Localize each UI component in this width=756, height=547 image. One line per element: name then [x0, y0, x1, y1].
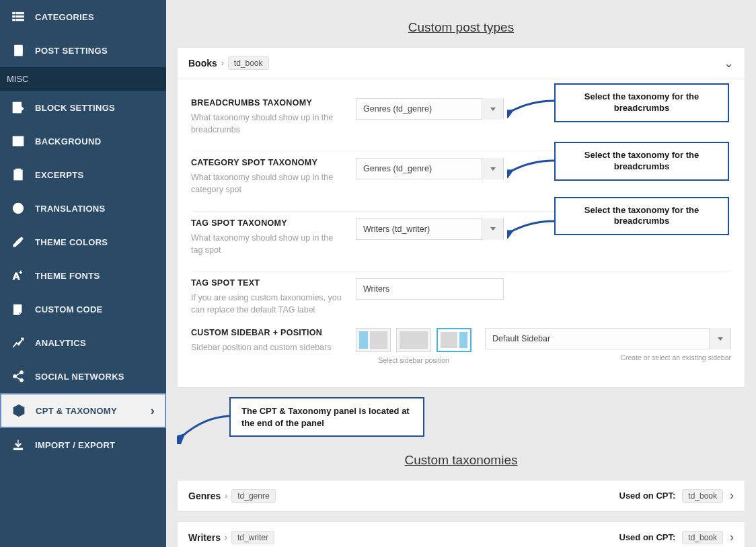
sidebar-item-translations[interactable]: TRANSLATIONS — [0, 192, 166, 225]
svg-rect-4 — [13, 19, 15, 21]
sidebar-item-block-settings[interactable]: BLOCK SETTINGS — [0, 91, 166, 124]
select-value: Default Sidebar — [486, 334, 709, 343]
svg-rect-1 — [17, 12, 24, 14]
chevron-right-icon: › — [151, 404, 155, 418]
chevron-down-icon[interactable] — [482, 218, 503, 240]
chart-icon — [11, 335, 26, 350]
arrow-annotation — [177, 411, 231, 444]
panel-header-writers[interactable]: Writers › td_writer Used on CPT: td_book… — [178, 522, 745, 547]
select-value: Genres (td_genre) — [356, 164, 482, 173]
row-tag-spot-text: TAG SPOT TEXT If you are using custom ta… — [191, 271, 731, 321]
callout-annotation: Select the taxonomy for the breadcrumbs — [554, 197, 729, 236]
sidebar-item-theme-colors[interactable]: THEME COLORS — [0, 225, 166, 259]
sidebar-item-label: ANALYTICS — [35, 338, 86, 348]
sidebar-item-cpt-taxonomy[interactable]: CPT & TAXONOMY › — [0, 393, 166, 428]
sidebar-item-social-networks[interactable]: SOCIAL NETWORKS — [0, 360, 166, 393]
note-pencil-icon — [11, 302, 26, 317]
sidebar-item-label: THEME COLORS — [35, 237, 108, 247]
sidebar-item-label: EXCERPTS — [35, 170, 83, 180]
used-on-cpt-value: td_book — [682, 489, 723, 503]
edit-doc-icon — [11, 100, 26, 115]
sidebar-section-misc: MISC — [0, 67, 166, 91]
select-value: Writers (td_writer) — [356, 224, 482, 234]
download-icon — [11, 437, 26, 452]
sidebar-select[interactable]: Default Sidebar — [485, 328, 731, 349]
main-content: Custom post types Books › td_book ⌄ BREA… — [166, 0, 756, 547]
globe-icon — [11, 201, 26, 216]
chevron-right-icon: › — [225, 533, 227, 542]
row-title: CATEGORY SPOT TAXONOMY — [191, 158, 344, 167]
panel-name: Books — [188, 58, 217, 69]
sidebar-pos-none[interactable] — [396, 328, 431, 352]
sidebar-item-label: IMPORT / EXPORT — [35, 440, 115, 450]
panel-name: Genres — [188, 491, 221, 501]
sidebar-pos-right[interactable] — [437, 328, 471, 352]
panel-slug: td_genre — [231, 489, 275, 503]
sidebar-item-theme-fonts[interactable]: A+ THEME FONTS — [0, 259, 166, 292]
sidebar-item-label: SOCIAL NETWORKS — [35, 372, 124, 382]
panel-header-genres[interactable]: Genres › td_genre Used on CPT: td_book › — [178, 480, 745, 511]
used-on-cpt-value: td_book — [682, 531, 723, 544]
chevron-right-icon[interactable]: › — [730, 489, 734, 503]
image-icon — [11, 134, 26, 149]
row-tag-spot-taxonomy: TAG SPOT TAXONOMY What taxonomy should s… — [191, 212, 731, 271]
row-desc: What taxonomy should show up in the cate… — [191, 171, 344, 196]
chevron-down-icon[interactable] — [482, 158, 503, 179]
sidebar-item-background[interactable]: BACKGROUND — [0, 124, 166, 158]
list-icon — [11, 9, 26, 24]
panel-writers: Writers › td_writer Used on CPT: td_book… — [177, 521, 745, 547]
sidebar-item-analytics[interactable]: ANALYTICS — [0, 326, 166, 360]
callout-annotation: Select the taxonomy for the breadcrumbs — [554, 83, 729, 122]
sidebar-pos-left[interactable] — [356, 328, 391, 352]
sidebar-item-label: CATEGORIES — [35, 12, 94, 22]
sidebar-item-custom-code[interactable]: CUSTOM CODE — [0, 292, 166, 326]
svg-rect-10 — [16, 169, 21, 171]
sidebar-item-excerpts[interactable]: EXCERPTS — [0, 158, 166, 192]
used-on-cpt-label: Used on CPT: — [619, 491, 676, 501]
svg-rect-18 — [13, 448, 22, 450]
panel-name: Writers — [188, 532, 221, 543]
svg-rect-3 — [17, 15, 24, 17]
svg-text:+: + — [20, 270, 22, 275]
sidebar-nav: CATEGORIES POST SETTINGS MISC BLOCK SETT… — [0, 0, 166, 547]
sidebar-item-label: BLOCK SETTINGS — [35, 103, 115, 113]
row-desc: What taxonomy should show up in the brea… — [191, 112, 344, 136]
chevron-down-icon[interactable]: ⌄ — [724, 56, 734, 71]
sidebar-item-label: CPT & TAXONOMY — [36, 406, 117, 416]
svg-rect-5 — [17, 19, 24, 21]
sidebar-pos-caption: Select sidebar position — [356, 356, 471, 364]
chevron-down-icon[interactable] — [482, 98, 503, 120]
arrow-annotation — [507, 158, 554, 178]
box-icon — [11, 403, 26, 418]
chevron-right-icon[interactable]: › — [730, 530, 734, 544]
sidebar-item-categories[interactable]: CATEGORIES — [0, 0, 166, 34]
share-icon — [11, 369, 26, 384]
row-title: BREADCRUMBS TAXONOMY — [191, 98, 344, 108]
chevron-down-icon[interactable] — [709, 328, 730, 349]
sidebar-item-label: TRANSLATIONS — [35, 204, 105, 214]
row-desc: What taxonomy should show up in the tag … — [191, 232, 344, 256]
category-spot-taxonomy-select[interactable]: Genres (td_genre) — [356, 158, 504, 179]
panel-header-books[interactable]: Books › td_book ⌄ — [178, 48, 745, 79]
select-value: Genres (td_genre) — [356, 104, 482, 114]
callout-annotation: Select the taxonomy for the breadcrumbs — [554, 142, 729, 181]
panel-slug: td_book — [228, 56, 269, 70]
tag-spot-text-input[interactable] — [356, 278, 504, 300]
sidebar-item-post-settings[interactable]: POST SETTINGS — [0, 34, 166, 67]
row-desc: If you are using custom taxonomies, you … — [191, 292, 344, 316]
clipboard-icon — [11, 167, 26, 182]
row-desc: Sidebar position and custom sidebars — [191, 341, 344, 353]
chevron-right-icon: › — [225, 491, 227, 501]
svg-rect-0 — [13, 12, 15, 14]
row-title: TAG SPOT TEXT — [191, 278, 344, 288]
tag-spot-taxonomy-select[interactable]: Writers (td_writer) — [356, 218, 504, 240]
panel-books: Books › td_book ⌄ BREADCRUMBS TAXONOMY W… — [177, 47, 745, 388]
arrow-annotation — [507, 218, 554, 239]
panel-slug: td_writer — [231, 531, 274, 544]
row-title: CUSTOM SIDEBAR + POSITION — [191, 328, 344, 337]
breadcrumbs-taxonomy-select[interactable]: Genres (td_genre) — [356, 98, 504, 120]
sidebar-item-import-export[interactable]: IMPORT / EXPORT — [0, 428, 166, 462]
chevron-right-icon: › — [221, 58, 224, 68]
sidebar-item-label: BACKGROUND — [35, 136, 101, 146]
panel-genres: Genres › td_genre Used on CPT: td_book › — [177, 480, 745, 512]
